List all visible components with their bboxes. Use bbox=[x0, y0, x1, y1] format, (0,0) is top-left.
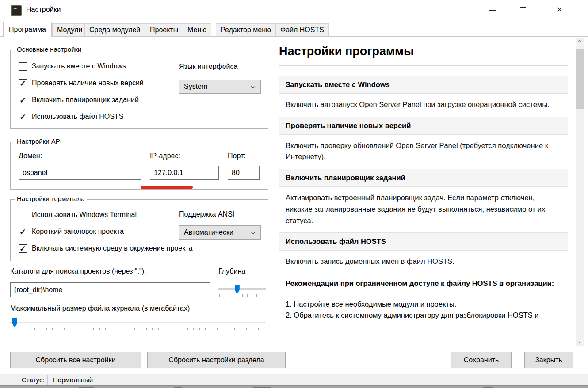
log-size-slider-ticks bbox=[11, 328, 265, 330]
chevron-down-icon bbox=[578, 340, 581, 343]
scrollbar-thumb[interactable] bbox=[576, 49, 584, 109]
checkbox-label: Короткий заголовок проекта bbox=[32, 228, 124, 236]
minimize-icon bbox=[489, 10, 496, 11]
group-general-legend: Основные настройки bbox=[15, 46, 84, 53]
help-section-subheading: Рекомендации при ограниченном доступе к … bbox=[279, 274, 568, 289]
help-panel: Запускать вместе с Windows Включить авто… bbox=[279, 76, 568, 346]
checkbox-label: Использовать Windows Terminal bbox=[32, 211, 137, 219]
depth-slider-thumb[interactable] bbox=[235, 285, 240, 294]
ip-input[interactable] bbox=[150, 166, 219, 180]
window-title: Настройки bbox=[26, 6, 61, 14]
settings-window: >- Настройки × Программа Модули Среда мо… bbox=[0, 0, 588, 388]
ansi-label: Поддержка ANSI bbox=[179, 210, 234, 218]
ip-label: IP-адрес: bbox=[150, 152, 180, 160]
depth-slider-ticks bbox=[219, 294, 265, 297]
maximize-icon bbox=[520, 7, 526, 13]
footer-divider bbox=[0, 346, 588, 346]
project-dirs-label: Каталоги для поиска проектов (через ";")… bbox=[10, 267, 146, 275]
close-button[interactable]: × bbox=[551, 0, 572, 20]
domain-input[interactable] bbox=[19, 166, 141, 180]
depth-label: Глубина bbox=[218, 267, 245, 275]
scroll-down-button[interactable] bbox=[576, 339, 584, 346]
scroll-up-button[interactable] bbox=[576, 38, 584, 45]
ansi-select-value: Автоматически bbox=[184, 228, 233, 236]
project-dirs-input[interactable] bbox=[10, 282, 210, 297]
log-size-slider-thumb[interactable] bbox=[12, 318, 17, 327]
help-panel-title: Настройки программы bbox=[279, 45, 414, 58]
help-section-scheduler: Включить планировщик заданий Активироват… bbox=[279, 169, 568, 232]
chevron-down-icon bbox=[251, 230, 256, 235]
reset-all-button[interactable]: Сбросить все настройки bbox=[10, 352, 141, 368]
tab-projects[interactable]: Проекты bbox=[145, 23, 183, 36]
help-section-body: Включить проверку обновлений Open Server… bbox=[279, 135, 568, 169]
checkbox-icon bbox=[19, 228, 27, 236]
chevron-down-icon bbox=[251, 84, 256, 89]
help-list-item: 2. Обратитесь к системному администратор… bbox=[279, 310, 568, 321]
help-section-body: Активировать встроенный планировщик зада… bbox=[279, 187, 568, 232]
checkbox-label: Использовать файл HOSTS bbox=[32, 113, 123, 121]
checkbox-short-title[interactable]: Короткий заголовок проекта bbox=[19, 226, 124, 237]
minimize-button[interactable] bbox=[482, 0, 503, 20]
background-window-strip bbox=[0, 385, 588, 388]
ansi-select[interactable]: Автоматически bbox=[179, 225, 261, 240]
checkbox-icon bbox=[19, 244, 27, 253]
status-value: Нормальный bbox=[53, 376, 93, 384]
maximize-button[interactable] bbox=[513, 0, 534, 20]
checkbox-icon bbox=[19, 211, 27, 219]
close-dialog-button[interactable]: Закрыть bbox=[524, 352, 573, 368]
group-api-legend: Настройки API bbox=[15, 137, 64, 145]
tab-modules[interactable]: Модули bbox=[52, 23, 87, 36]
depth-slider[interactable] bbox=[218, 288, 266, 290]
chevron-up-icon bbox=[578, 40, 581, 44]
tab-menu[interactable]: Меню bbox=[183, 23, 211, 36]
vertical-scrollbar[interactable] bbox=[576, 38, 584, 346]
log-size-slider[interactable] bbox=[10, 322, 265, 323]
checkbox-label: Проверять наличие новых версий bbox=[32, 79, 144, 87]
port-input[interactable] bbox=[228, 166, 260, 180]
help-section-heading: Запускать вместе с Windows bbox=[279, 76, 568, 94]
help-section-autostart: Запускать вместе с Windows Включить авто… bbox=[279, 76, 568, 117]
checkbox-label: Включить планировщик заданий bbox=[32, 96, 139, 104]
checkbox-check-updates[interactable]: Проверять наличие новых версий bbox=[19, 78, 144, 88]
tab-program[interactable]: Программа bbox=[3, 22, 52, 37]
title-bar: >- Настройки × bbox=[0, 0, 588, 21]
status-separator bbox=[47, 375, 48, 385]
checkbox-label: Включать системную среду в окружение про… bbox=[32, 244, 192, 252]
terminal-app-icon: >- bbox=[11, 5, 22, 16]
language-label: Язык интерфейса bbox=[179, 63, 237, 71]
group-terminal-settings: Настройки терминала Использовать Windows… bbox=[10, 199, 268, 261]
help-title-divider bbox=[279, 65, 568, 66]
language-select-value: System bbox=[184, 83, 207, 91]
status-bar: Статус: Нормальный bbox=[0, 374, 588, 385]
help-section-heading: Использовать файл HOSTS bbox=[279, 232, 568, 251]
save-button[interactable]: Сохранить bbox=[451, 352, 512, 368]
tab-module-env[interactable]: Среда модулей bbox=[84, 23, 145, 36]
red-annotation-underline bbox=[141, 186, 193, 189]
checkbox-task-scheduler[interactable]: Включить планировщик заданий bbox=[19, 95, 139, 105]
tab-bar: Программа Модули Среда модулей Проекты М… bbox=[0, 22, 588, 37]
checkbox-autostart-windows[interactable]: Запускать вместе с Windows bbox=[19, 61, 126, 72]
reset-section-button[interactable]: Сбросить настройки раздела bbox=[147, 352, 286, 368]
checkbox-icon bbox=[19, 96, 27, 104]
checkbox-label: Запускать вместе с Windows bbox=[32, 62, 126, 70]
help-section-heading: Включить планировщик заданий bbox=[279, 169, 568, 187]
checkbox-icon bbox=[19, 79, 27, 87]
close-icon: × bbox=[557, 4, 562, 15]
tab-menu-editor[interactable]: Редактор меню bbox=[216, 23, 276, 36]
group-terminal-legend: Настройки терминала bbox=[15, 195, 87, 202]
language-select[interactable]: System bbox=[179, 80, 261, 94]
checkbox-system-env[interactable]: Включать системную среду в окружение про… bbox=[19, 243, 192, 254]
checkbox-windows-terminal[interactable]: Использовать Windows Terminal bbox=[19, 209, 137, 220]
checkbox-icon bbox=[19, 113, 27, 121]
checkbox-use-hosts[interactable]: Использовать файл HOSTS bbox=[19, 111, 123, 122]
help-section-body: Включить автозапуск Open Server Panel пр… bbox=[279, 94, 568, 117]
port-label: Порт: bbox=[228, 152, 246, 160]
help-section-body: Включить запись доменных имен в файл HOS… bbox=[279, 251, 568, 274]
help-section-hosts: Использовать файл HOSTS Включить запись … bbox=[279, 232, 568, 320]
help-section-updates: Проверять наличие новых версий Включить … bbox=[279, 117, 568, 169]
help-section-heading: Проверять наличие новых версий bbox=[279, 117, 568, 135]
group-general-settings: Основные настройки Запускать вместе с Wi… bbox=[10, 50, 268, 129]
log-size-label: Максимальный размер файла журнала (в мег… bbox=[10, 304, 190, 312]
tab-hosts-file[interactable]: Файл HOSTS bbox=[275, 23, 329, 36]
group-api-settings: Настройки API Домен: IP-адрес: Порт: bbox=[10, 142, 268, 190]
